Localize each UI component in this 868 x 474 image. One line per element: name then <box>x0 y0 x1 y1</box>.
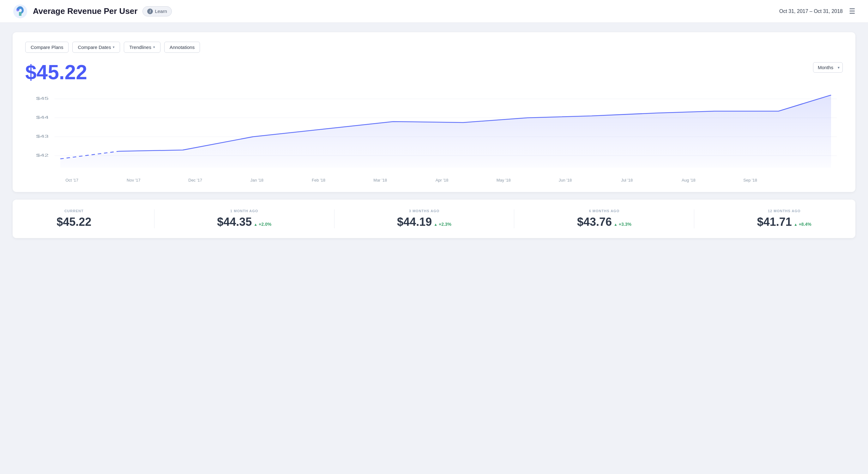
trendlines-button[interactable]: Trendlines ▾ <box>124 42 160 53</box>
svg-text:$44: $44 <box>36 115 49 120</box>
main-metric-value: $45.22 <box>25 62 87 83</box>
learn-label: Learn <box>155 8 167 14</box>
x-label: Feb '18 <box>288 178 349 183</box>
header-right: Oct 31, 2017 – Oct 31, 2018 ☰ <box>779 7 856 15</box>
stat-3months: 3 MONTHS AGO $44.19 ▲ +2.3% <box>397 209 452 229</box>
stat-6months-change: ▲ +3.3% <box>614 222 631 227</box>
stats-row: CURRENT $45.22 1 MONTH AGO $44.35 ▲ +2.0… <box>12 199 856 238</box>
granularity-wrapper: Months Weeks Days <box>813 62 843 73</box>
x-label: Jun '18 <box>534 178 596 183</box>
logo-icon <box>12 4 28 19</box>
stat-1month-label: 1 MONTH AGO <box>217 209 271 213</box>
main-content: Compare Plans Compare Dates ▾ Trendlines… <box>0 23 868 248</box>
stat-1month: 1 MONTH AGO $44.35 ▲ +2.0% <box>217 209 271 229</box>
stat-1month-change: ▲ +2.0% <box>254 222 271 227</box>
stat-divider <box>154 209 154 228</box>
stat-3months-label: 3 MONTHS AGO <box>397 209 452 213</box>
x-label <box>781 178 843 183</box>
page-title: Average Revenue Per User <box>33 6 137 16</box>
stat-6months-label: 6 MONTHS AGO <box>577 209 631 213</box>
x-label: Oct '17 <box>41 178 103 183</box>
chevron-down-icon: ▾ <box>153 45 155 49</box>
stat-current-value: $45.22 <box>57 215 91 229</box>
stat-3months-value: $44.19 <box>397 215 432 229</box>
chart-container: $45 $44 $43 $42 Oct '17 No <box>25 86 843 183</box>
chevron-down-icon: ▾ <box>113 45 115 49</box>
learn-button[interactable]: i Learn <box>143 6 172 17</box>
stat-3months-change: ▲ +2.3% <box>434 222 452 227</box>
stat-6months: 6 MONTHS AGO $43.76 ▲ +3.3% <box>577 209 631 229</box>
svg-text:$43: $43 <box>36 134 49 139</box>
stat-1month-value: $44.35 <box>217 215 252 229</box>
chart-header: $45.22 Months Weeks Days <box>25 62 843 83</box>
x-label: May '18 <box>473 178 534 183</box>
menu-icon[interactable]: ☰ <box>849 7 856 15</box>
x-label: Mar '18 <box>349 178 411 183</box>
x-label: Jan '18 <box>226 178 288 183</box>
stat-12months-change: ▲ +8.4% <box>794 222 811 227</box>
x-label: Nov '17 <box>103 178 164 183</box>
date-range: Oct 31, 2017 – Oct 31, 2018 <box>779 8 843 14</box>
chart-svg: $45 $44 $43 $42 <box>25 86 843 174</box>
x-label: Sep '18 <box>719 178 781 183</box>
chart-card: Compare Plans Compare Dates ▾ Trendlines… <box>12 32 856 192</box>
stat-6months-value: $43.76 <box>577 215 612 229</box>
header: Average Revenue Per User i Learn Oct 31,… <box>0 0 868 23</box>
svg-point-1 <box>17 9 19 11</box>
stat-current: CURRENT $45.22 <box>57 209 91 229</box>
compare-plans-button[interactable]: Compare Plans <box>25 42 68 53</box>
stat-12months-label: 12 MONTHS AGO <box>757 209 811 213</box>
info-icon: i <box>147 8 153 14</box>
stat-current-label: CURRENT <box>57 209 91 213</box>
stat-12months: 12 MONTHS AGO $41.71 ▲ +8.4% <box>757 209 811 229</box>
x-axis-labels: Oct '17 Nov '17 Dec '17 Jan '18 Feb '18 … <box>25 175 843 183</box>
svg-text:$45: $45 <box>36 96 49 101</box>
x-label: Aug '18 <box>658 178 719 183</box>
annotations-button[interactable]: Annotations <box>164 42 200 53</box>
stat-divider <box>694 209 694 228</box>
toolbar: Compare Plans Compare Dates ▾ Trendlines… <box>25 42 843 53</box>
granularity-select[interactable]: Months Weeks Days <box>813 62 843 73</box>
compare-dates-button[interactable]: Compare Dates ▾ <box>72 42 120 53</box>
x-label: Apr '18 <box>411 178 472 183</box>
stat-divider <box>334 209 335 228</box>
svg-text:$42: $42 <box>36 153 49 158</box>
stat-12months-value: $41.71 <box>757 215 792 229</box>
x-label: Dec '17 <box>164 178 226 183</box>
x-label: Jul '18 <box>596 178 658 183</box>
stat-divider <box>514 209 514 228</box>
